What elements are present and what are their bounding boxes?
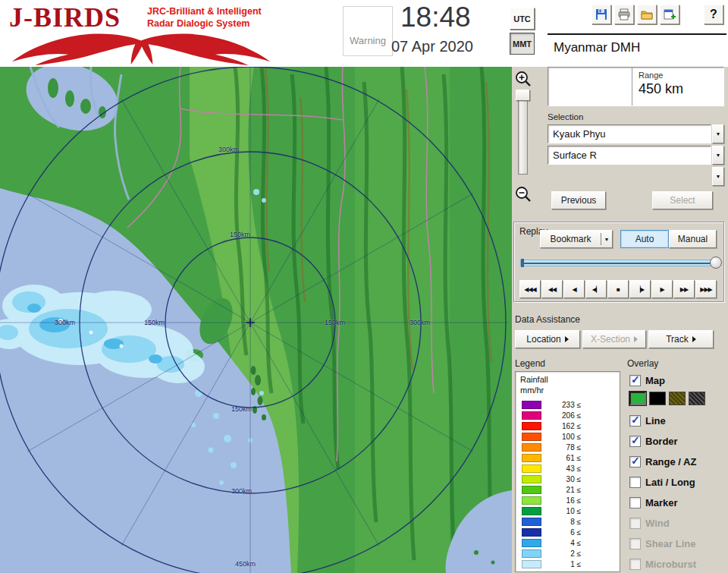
checkbox[interactable] bbox=[629, 538, 641, 549]
legend-row: 100 ≤ bbox=[522, 433, 581, 441]
zoom-slider-track[interactable] bbox=[518, 90, 528, 175]
legend-row: 21 ≤ bbox=[522, 486, 581, 494]
checkbox[interactable]: ✓ bbox=[629, 415, 641, 427]
overlay-label: Overlay bbox=[627, 358, 658, 369]
playback-button-2[interactable]: ◀ bbox=[563, 280, 585, 298]
data-assistance-buttons: LocationX-SectionTrack bbox=[515, 330, 714, 348]
overlay-item-marker[interactable]: Marker bbox=[629, 496, 726, 509]
product-dropdown-arrow[interactable]: ▼ bbox=[712, 146, 724, 165]
map-style-swatch-1[interactable] bbox=[649, 392, 666, 405]
header-toolbar: ? bbox=[592, 5, 723, 24]
legend-row: 61 ≤ bbox=[522, 454, 581, 462]
overlay-item-shear-line[interactable]: Shear Line bbox=[629, 537, 726, 550]
checkbox[interactable]: ✓ bbox=[629, 456, 641, 468]
playback-controls: ◀◀◀◀◀◀◀▏■▕▶▶▶▶▶▶▶ bbox=[519, 280, 717, 298]
replay-slider-line bbox=[522, 263, 717, 264]
legend-row: 6 ≤ bbox=[522, 528, 581, 537]
map-style-swatch-0[interactable] bbox=[629, 392, 646, 405]
legend-color-swatch bbox=[522, 433, 541, 441]
legend-row: 233 ≤ bbox=[522, 401, 581, 409]
ring-label: 300km bbox=[410, 319, 430, 326]
arrow-right-icon bbox=[692, 336, 696, 342]
replay-slider-track[interactable] bbox=[520, 260, 719, 266]
replay-slider-thumb[interactable] bbox=[710, 257, 722, 269]
warning-button[interactable]: Warning bbox=[343, 6, 393, 56]
checkbox[interactable] bbox=[629, 559, 641, 570]
overlay-item-border[interactable]: ✓Border bbox=[629, 434, 726, 448]
map-style-swatch-3[interactable] bbox=[689, 392, 705, 405]
manual-toggle[interactable]: Manual bbox=[669, 230, 717, 248]
overlay-item-wind[interactable]: Wind bbox=[629, 516, 726, 530]
legend-value: 43 ≤ bbox=[541, 464, 581, 473]
legend-color-swatch bbox=[522, 539, 541, 547]
legend-value: 1 ≤ bbox=[541, 560, 581, 568]
overlay-item-range-az[interactable]: ✓Range / AZ bbox=[629, 455, 726, 468]
checkbox[interactable] bbox=[629, 497, 641, 508]
open-folder-button[interactable] bbox=[637, 5, 657, 24]
help-button[interactable]: ? bbox=[704, 5, 723, 24]
playback-button-0[interactable]: ◀◀◀ bbox=[519, 280, 541, 298]
ring-label: 300km bbox=[231, 487, 252, 495]
auto-toggle[interactable]: Auto bbox=[620, 230, 669, 248]
overlay-item-map[interactable]: ✓ Map bbox=[629, 373, 726, 387]
playback-button-1[interactable]: ◀◀ bbox=[541, 280, 563, 298]
overlay-item-label: Border bbox=[645, 436, 678, 447]
legend-row: 16 ≤ bbox=[522, 496, 581, 505]
playback-button-7[interactable]: ▶▶ bbox=[673, 280, 695, 298]
overlay-item-lati-long[interactable]: Lati / Long bbox=[629, 475, 726, 489]
checkbox[interactable] bbox=[629, 518, 641, 529]
da-button-track[interactable]: Track bbox=[648, 330, 714, 348]
playback-button-4[interactable]: ■ bbox=[607, 280, 629, 298]
product-dropdown[interactable]: Surface R bbox=[548, 146, 711, 165]
da-button-location[interactable]: Location bbox=[515, 330, 580, 348]
playback-button-3[interactable]: ◀▏ bbox=[585, 280, 607, 298]
zoom-out-button[interactable] bbox=[514, 185, 532, 203]
overlay-item-label: Map bbox=[645, 375, 665, 386]
legend-color-swatch bbox=[522, 411, 541, 420]
playback-button-6[interactable]: ▶ bbox=[651, 280, 673, 298]
overlay-item-microburst[interactable]: Microburst bbox=[629, 557, 726, 571]
legend-color-swatch bbox=[522, 464, 541, 473]
zoom-in-button[interactable] bbox=[514, 70, 532, 88]
overlay-item-line[interactable]: ✓Line bbox=[629, 414, 726, 427]
previous-button[interactable]: Previous bbox=[551, 191, 606, 209]
save-button[interactable] bbox=[592, 5, 611, 24]
da-button-x-section[interactable]: X-Section bbox=[582, 330, 646, 348]
site-dropdown[interactable]: Kyauk Phyu bbox=[548, 124, 711, 143]
legend-unit-2: mm/hr bbox=[520, 386, 544, 395]
legend-value: 21 ≤ bbox=[541, 486, 581, 494]
checkbox[interactable]: ✓ bbox=[629, 436, 641, 447]
bookmark-button[interactable]: Bookmark ▼ bbox=[540, 230, 613, 248]
legend-box: Rainfall mm/hr 233 ≤206 ≤162 ≤100 ≤78 ≤6… bbox=[515, 371, 620, 572]
legend-value: 8 ≤ bbox=[541, 518, 581, 526]
map-style-swatch-2[interactable] bbox=[669, 392, 686, 405]
map-checkbox[interactable]: ✓ bbox=[629, 375, 641, 386]
select-button[interactable]: Select bbox=[652, 191, 713, 209]
legend-value: 206 ≤ bbox=[541, 411, 581, 420]
control-panel: Range 450 km Selection Kyauk Phyu ▼ Surf… bbox=[512, 67, 728, 573]
new-window-button[interactable] bbox=[660, 5, 679, 24]
playback-button-5[interactable]: ▕▶ bbox=[629, 280, 651, 298]
utc-button[interactable]: UTC bbox=[510, 8, 535, 30]
print-button[interactable] bbox=[614, 5, 634, 24]
legend-value: 61 ≤ bbox=[541, 454, 581, 462]
header-bar: J-BIRDS JRC-Brilliant & Intelligent Rada… bbox=[0, 0, 728, 67]
legend-color-swatch bbox=[522, 507, 541, 515]
checkbox[interactable] bbox=[629, 477, 641, 488]
logo-title: J-BIRDS bbox=[9, 2, 121, 33]
legend-row: 43 ≤ bbox=[522, 464, 581, 473]
site-dropdown-arrow[interactable]: ▼ bbox=[712, 124, 724, 143]
bookmark-label: Bookmark bbox=[541, 234, 601, 244]
legend-row: 4 ≤ bbox=[522, 539, 581, 547]
legend-color-swatch bbox=[522, 443, 541, 452]
legend-value: 100 ≤ bbox=[541, 433, 581, 441]
overlay-swatches bbox=[629, 392, 726, 407]
legend-value: 4 ≤ bbox=[541, 539, 581, 547]
radar-map[interactable]: 300km150km150km300km450km300km150km150km… bbox=[0, 67, 512, 573]
mmt-button[interactable]: MMT bbox=[510, 33, 535, 55]
playback-button-8[interactable]: ▶▶▶ bbox=[695, 280, 717, 298]
overlay-item-label: Lati / Long bbox=[645, 477, 695, 488]
extra-dropdown-arrow[interactable]: ▼ bbox=[712, 167, 724, 186]
check-icon: ✓ bbox=[631, 434, 640, 446]
zoom-slider-thumb[interactable] bbox=[516, 90, 530, 101]
